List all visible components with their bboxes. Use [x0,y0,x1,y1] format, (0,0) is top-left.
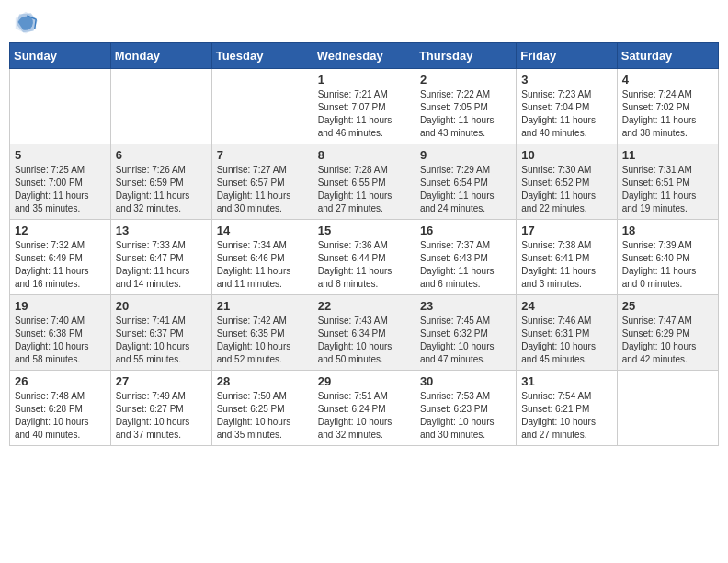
weekday-header-wednesday: Wednesday [313,43,415,69]
empty-cell [110,69,211,144]
day-number: 23 [420,299,511,313]
day-info: Sunrise: 7:46 AM Sunset: 6:31 PM Dayligh… [521,315,611,366]
weekday-header-friday: Friday [517,43,617,69]
calendar-week-2: 5Sunrise: 7:25 AM Sunset: 7:00 PM Daylig… [10,144,719,220]
day-info: Sunrise: 7:51 AM Sunset: 6:24 PM Dayligh… [318,390,410,442]
weekday-header-thursday: Thursday [415,43,516,69]
day-number: 19 [15,299,106,313]
calendar-week-1: 1Sunrise: 7:21 AM Sunset: 7:07 PM Daylig… [10,69,719,144]
calendar-day-6: 6Sunrise: 7:26 AM Sunset: 6:59 PM Daylig… [110,144,211,220]
calendar-day-25: 25Sunrise: 7:47 AM Sunset: 6:29 PM Dayli… [617,295,718,371]
day-number: 27 [116,374,207,388]
day-info: Sunrise: 7:28 AM Sunset: 6:55 PM Dayligh… [318,164,410,215]
calendar-day-10: 10Sunrise: 7:30 AM Sunset: 6:52 PM Dayli… [517,144,617,220]
day-number: 11 [622,148,713,162]
day-number: 30 [420,374,511,388]
day-number: 22 [318,299,410,313]
day-number: 6 [116,148,207,162]
day-number: 1 [318,73,410,86]
day-info: Sunrise: 7:27 AM Sunset: 6:57 PM Dayligh… [217,164,308,215]
calendar-day-3: 3Sunrise: 7:23 AM Sunset: 7:04 PM Daylig… [517,69,617,144]
day-number: 10 [521,148,611,162]
calendar-day-19: 19Sunrise: 7:40 AM Sunset: 6:38 PM Dayli… [10,295,111,371]
calendar-day-30: 30Sunrise: 7:53 AM Sunset: 6:23 PM Dayli… [415,371,516,446]
day-info: Sunrise: 7:53 AM Sunset: 6:23 PM Dayligh… [420,390,511,442]
day-number: 5 [15,148,106,162]
day-number: 9 [420,148,511,162]
day-number: 29 [318,374,410,388]
logo [13,9,42,35]
day-info: Sunrise: 7:49 AM Sunset: 6:27 PM Dayligh… [116,390,207,442]
day-info: Sunrise: 7:48 AM Sunset: 6:28 PM Dayligh… [15,390,106,442]
day-info: Sunrise: 7:31 AM Sunset: 6:51 PM Dayligh… [622,164,713,215]
day-number: 16 [420,224,511,237]
day-info: Sunrise: 7:23 AM Sunset: 7:04 PM Dayligh… [521,88,611,140]
day-number: 28 [217,374,308,388]
calendar-day-7: 7Sunrise: 7:27 AM Sunset: 6:57 PM Daylig… [211,144,313,220]
calendar-week-5: 26Sunrise: 7:48 AM Sunset: 6:28 PM Dayli… [10,371,719,446]
empty-cell [211,69,313,144]
day-info: Sunrise: 7:36 AM Sunset: 6:44 PM Dayligh… [318,239,410,291]
calendar-table: SundayMondayTuesdayWednesdayThursdayFrid… [9,42,719,446]
day-number: 24 [521,299,611,313]
day-info: Sunrise: 7:40 AM Sunset: 6:38 PM Dayligh… [15,315,106,366]
calendar-day-31: 31Sunrise: 7:54 AM Sunset: 6:21 PM Dayli… [517,371,617,446]
calendar-day-23: 23Sunrise: 7:45 AM Sunset: 6:32 PM Dayli… [415,295,516,371]
day-number: 14 [217,224,308,237]
day-number: 7 [217,148,308,162]
calendar-day-4: 4Sunrise: 7:24 AM Sunset: 7:02 PM Daylig… [617,69,718,144]
day-info: Sunrise: 7:32 AM Sunset: 6:49 PM Dayligh… [15,239,106,291]
day-info: Sunrise: 7:41 AM Sunset: 6:37 PM Dayligh… [116,315,207,366]
calendar-day-1: 1Sunrise: 7:21 AM Sunset: 7:07 PM Daylig… [313,69,415,144]
day-number: 15 [318,224,410,237]
calendar-day-18: 18Sunrise: 7:39 AM Sunset: 6:40 PM Dayli… [617,220,718,295]
calendar-day-27: 27Sunrise: 7:49 AM Sunset: 6:27 PM Dayli… [110,371,211,446]
calendar-day-17: 17Sunrise: 7:38 AM Sunset: 6:41 PM Dayli… [517,220,617,295]
day-number: 21 [217,299,308,313]
day-number: 2 [420,73,511,86]
calendar-week-3: 12Sunrise: 7:32 AM Sunset: 6:49 PM Dayli… [10,220,719,295]
day-number: 17 [521,224,611,237]
calendar-day-12: 12Sunrise: 7:32 AM Sunset: 6:49 PM Dayli… [10,220,111,295]
calendar-day-29: 29Sunrise: 7:51 AM Sunset: 6:24 PM Dayli… [313,371,415,446]
calendar-day-20: 20Sunrise: 7:41 AM Sunset: 6:37 PM Dayli… [110,295,211,371]
weekday-header-monday: Monday [110,43,211,69]
day-info: Sunrise: 7:39 AM Sunset: 6:40 PM Dayligh… [622,239,713,291]
day-number: 26 [15,374,106,388]
calendar-day-24: 24Sunrise: 7:46 AM Sunset: 6:31 PM Dayli… [517,295,617,371]
calendar-day-21: 21Sunrise: 7:42 AM Sunset: 6:35 PM Dayli… [211,295,313,371]
calendar-day-28: 28Sunrise: 7:50 AM Sunset: 6:25 PM Dayli… [211,371,313,446]
day-info: Sunrise: 7:24 AM Sunset: 7:02 PM Dayligh… [622,88,713,140]
day-number: 12 [15,224,106,237]
day-info: Sunrise: 7:33 AM Sunset: 6:47 PM Dayligh… [116,239,207,291]
calendar-week-4: 19Sunrise: 7:40 AM Sunset: 6:38 PM Dayli… [10,295,719,371]
day-info: Sunrise: 7:45 AM Sunset: 6:32 PM Dayligh… [420,315,511,366]
day-number: 3 [521,73,611,86]
day-number: 4 [622,73,713,86]
empty-cell [10,69,111,144]
empty-cell [617,371,718,446]
day-info: Sunrise: 7:42 AM Sunset: 6:35 PM Dayligh… [217,315,308,366]
day-info: Sunrise: 7:47 AM Sunset: 6:29 PM Dayligh… [622,315,713,366]
day-number: 25 [622,299,713,313]
calendar-day-9: 9Sunrise: 7:29 AM Sunset: 6:54 PM Daylig… [415,144,516,220]
calendar-day-8: 8Sunrise: 7:28 AM Sunset: 6:55 PM Daylig… [313,144,415,220]
day-info: Sunrise: 7:29 AM Sunset: 6:54 PM Dayligh… [420,164,511,215]
day-number: 13 [116,224,207,237]
day-number: 8 [318,148,410,162]
day-number: 20 [116,299,207,313]
weekday-header-row: SundayMondayTuesdayWednesdayThursdayFrid… [10,43,719,69]
weekday-header-tuesday: Tuesday [211,43,313,69]
calendar-day-2: 2Sunrise: 7:22 AM Sunset: 7:05 PM Daylig… [415,69,516,144]
day-info: Sunrise: 7:37 AM Sunset: 6:43 PM Dayligh… [420,239,511,291]
calendar-day-11: 11Sunrise: 7:31 AM Sunset: 6:51 PM Dayli… [617,144,718,220]
day-info: Sunrise: 7:50 AM Sunset: 6:25 PM Dayligh… [217,390,308,442]
day-info: Sunrise: 7:38 AM Sunset: 6:41 PM Dayligh… [521,239,611,291]
day-info: Sunrise: 7:34 AM Sunset: 6:46 PM Dayligh… [217,239,308,291]
day-number: 18 [622,224,713,237]
calendar-day-15: 15Sunrise: 7:36 AM Sunset: 6:44 PM Dayli… [313,220,415,295]
day-info: Sunrise: 7:25 AM Sunset: 7:00 PM Dayligh… [15,164,106,215]
day-info: Sunrise: 7:26 AM Sunset: 6:59 PM Dayligh… [116,164,207,215]
day-info: Sunrise: 7:54 AM Sunset: 6:21 PM Dayligh… [521,390,611,442]
day-number: 31 [521,374,611,388]
